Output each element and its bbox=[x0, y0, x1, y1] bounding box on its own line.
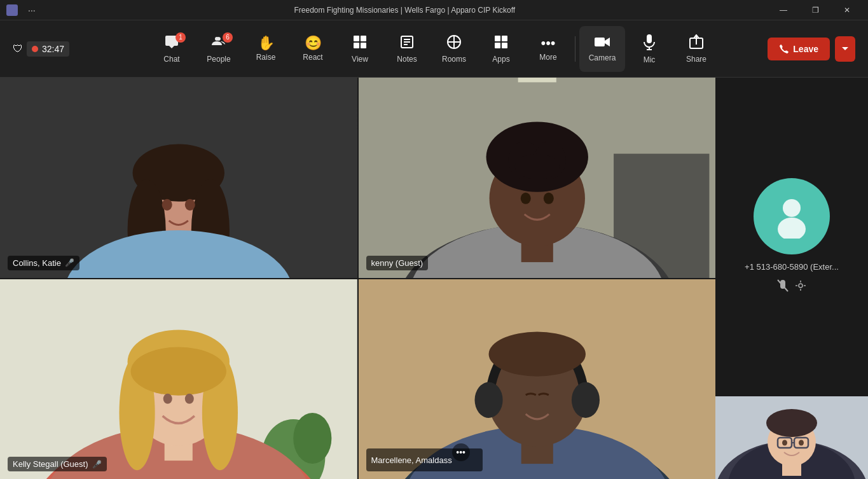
svg-rect-16 bbox=[595, 38, 605, 46]
mic-icon bbox=[643, 34, 656, 53]
camera-label: Camera bbox=[589, 53, 616, 62]
toolbar-right: Leave bbox=[768, 36, 855, 62]
svg-point-65 bbox=[474, 382, 502, 417]
svg-point-66 bbox=[571, 382, 599, 417]
svg-rect-15 bbox=[502, 43, 507, 48]
toolbar-item-notes[interactable]: Notes bbox=[384, 26, 430, 72]
participant-label-marcellene: Marcellene, Amaldass ••• bbox=[366, 448, 483, 471]
view-label: View bbox=[352, 55, 368, 64]
apps-icon bbox=[493, 34, 509, 52]
svg-point-69 bbox=[778, 218, 806, 239]
toolbar-item-rooms[interactable]: Rooms bbox=[431, 26, 477, 72]
toolbar-item-people[interactable]: 6 People bbox=[196, 26, 242, 72]
window-title: Freedom Fighting Missionaries | Wells Fa… bbox=[41, 6, 769, 15]
toolbar-item-react[interactable]: 😊 React bbox=[290, 26, 336, 72]
mic-on-katie: 🎤 bbox=[65, 258, 74, 267]
svg-rect-33 bbox=[518, 78, 556, 82]
avatar-kelly bbox=[0, 279, 357, 480]
svg-rect-14 bbox=[495, 43, 500, 48]
minimize-button[interactable]: — bbox=[769, 0, 798, 20]
phone-participant-controls bbox=[777, 279, 806, 295]
video-tile-katie: Collins, Katie 🎤 bbox=[0, 78, 357, 278]
svg-point-71 bbox=[799, 284, 803, 288]
titlebar-dots[interactable]: ··· bbox=[23, 5, 41, 15]
svg-point-77 bbox=[766, 409, 817, 437]
leave-dropdown-button[interactable] bbox=[835, 36, 855, 62]
leave-button[interactable]: Leave bbox=[768, 38, 830, 60]
phone-avatar bbox=[754, 178, 830, 254]
svg-point-68 bbox=[783, 199, 801, 217]
video-feed-kelly bbox=[0, 279, 357, 480]
toolbar-item-camera[interactable]: Camera bbox=[579, 26, 625, 72]
rooms-label: Rooms bbox=[442, 55, 466, 64]
view-icon bbox=[352, 34, 368, 52]
svg-point-42 bbox=[514, 154, 559, 179]
participant-name-kenny: kenny (Guest) bbox=[371, 258, 424, 268]
video-grid: Collins, Katie 🎤 bbox=[0, 78, 715, 479]
more-label: More bbox=[539, 53, 556, 62]
mic-on-kelly: 🎤 bbox=[92, 460, 102, 469]
video-tile-kelly: Kelly Stegall (Guest) 🎤 bbox=[0, 279, 357, 480]
svg-rect-3 bbox=[354, 43, 359, 48]
svg-point-57 bbox=[163, 393, 172, 403]
participant-label-kelly: Kelly Stegall (Guest) 🎤 bbox=[8, 457, 107, 471]
toolbar-item-mic[interactable]: Mic bbox=[626, 26, 672, 72]
participant-name-kelly: Kelly Stegall (Guest) bbox=[13, 459, 88, 469]
toolbar-separator bbox=[575, 36, 575, 62]
thumbnail-video bbox=[715, 396, 868, 479]
participant-name-katie: Collins, Katie bbox=[13, 258, 61, 268]
svg-point-82 bbox=[799, 440, 804, 446]
share-icon bbox=[689, 34, 703, 52]
people-badge: 6 bbox=[223, 32, 233, 43]
raise-icon: ✋ bbox=[258, 36, 275, 50]
video-feed-kenny bbox=[359, 78, 716, 278]
svg-rect-12 bbox=[495, 36, 500, 41]
toolbar-item-raise[interactable]: ✋ Raise bbox=[243, 26, 289, 72]
timer-display: 32:47 bbox=[42, 44, 64, 54]
apps-label: Apps bbox=[492, 55, 509, 64]
avatar-kenny bbox=[359, 78, 716, 278]
svg-point-29 bbox=[162, 199, 172, 211]
svg-point-44 bbox=[543, 193, 553, 204]
person-silhouette-icon bbox=[769, 194, 814, 239]
notes-icon bbox=[399, 34, 415, 52]
share-label: Share bbox=[686, 55, 706, 64]
react-label: React bbox=[303, 53, 322, 62]
svg-rect-13 bbox=[502, 36, 507, 41]
shield-icon: 🛡 bbox=[13, 43, 23, 55]
participant-label-katie: Collins, Katie 🎤 bbox=[8, 256, 79, 270]
close-button[interactable]: ✕ bbox=[832, 0, 862, 20]
toolbar-item-more[interactable]: ••• More bbox=[525, 26, 571, 72]
people-label: People bbox=[207, 55, 230, 64]
svg-point-48 bbox=[293, 412, 331, 463]
phone-participant-number: +1 513-680-5890 (Exter... bbox=[745, 262, 839, 272]
raise-label: Raise bbox=[256, 53, 276, 62]
svg-point-30 bbox=[185, 199, 195, 211]
titlebar-controls: — ❐ ✕ bbox=[769, 0, 862, 20]
video-tile-marcellene: Marcellene, Amaldass ••• bbox=[359, 279, 716, 480]
video-tile-kenny: kenny (Guest) bbox=[359, 78, 716, 278]
chat-label: Chat bbox=[163, 55, 179, 64]
thumbnail-avatar bbox=[715, 396, 868, 479]
svg-point-81 bbox=[782, 440, 787, 446]
toolbar-items: 1 Chat 6 People ✋ Raise 😊 React bbox=[149, 26, 719, 72]
titlebar-left: ··· bbox=[6, 4, 41, 16]
mic-label: Mic bbox=[644, 55, 656, 64]
meeting-toolbar: 🛡 32:47 1 Chat bbox=[0, 20, 868, 78]
maximize-button[interactable]: ❐ bbox=[801, 0, 830, 20]
camera-icon bbox=[594, 36, 610, 51]
svg-point-67 bbox=[488, 331, 585, 376]
main-content: Collins, Katie 🎤 bbox=[0, 78, 868, 479]
toolbar-item-share[interactable]: Share bbox=[673, 26, 719, 72]
svg-rect-2 bbox=[361, 36, 366, 41]
title-bar: ··· Freedom Fighting Missionaries | Well… bbox=[0, 0, 868, 20]
toolbar-item-view[interactable]: View bbox=[337, 26, 383, 72]
svg-rect-1 bbox=[354, 36, 359, 41]
toolbar-item-apps[interactable]: Apps bbox=[478, 26, 524, 72]
participant-more-marcellene[interactable]: ••• bbox=[452, 443, 470, 461]
toolbar-item-chat[interactable]: 1 Chat bbox=[149, 26, 195, 72]
svg-rect-4 bbox=[361, 43, 366, 48]
thumbnail-participant bbox=[715, 396, 868, 479]
chat-badge: 1 bbox=[176, 32, 186, 43]
phone-lower-icon bbox=[795, 280, 806, 294]
